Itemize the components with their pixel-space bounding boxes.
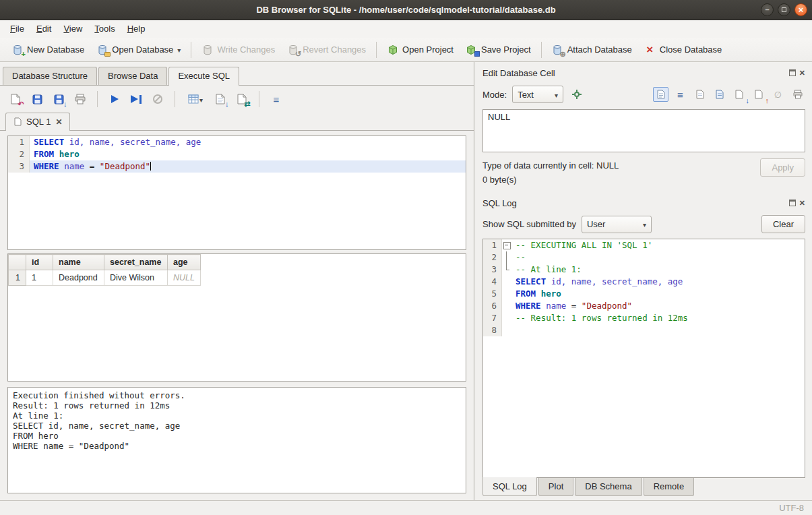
menu-tools[interactable]: Tools [88, 20, 121, 38]
stop-execution-button[interactable] [149, 91, 166, 107]
paste-cell-button[interactable] [712, 87, 727, 102]
column-header-id[interactable]: id [26, 255, 53, 270]
right-panel: Edit Database Cell ✕ Mode: Text [474, 62, 812, 500]
tab-sql-log[interactable]: SQL Log [482, 477, 537, 496]
results-table: id name secret_name age 1 1 Deadpond Div… [8, 254, 201, 286]
close-tab-icon[interactable]: ✕ [55, 118, 62, 126]
printer-icon [75, 94, 86, 105]
apply-button[interactable]: Apply [760, 158, 805, 177]
tab-plot[interactable]: Plot [538, 478, 573, 496]
cell-info-row: Type of data currently in cell: NULL 0 b… [482, 158, 805, 187]
close-panel-icon[interactable]: ✕ [799, 200, 805, 207]
open-database-button[interactable]: Open Database [90, 40, 187, 59]
open-in-external-app-button[interactable] [569, 87, 584, 102]
execute-all-button[interactable] [106, 91, 123, 107]
set-null-button[interactable] [770, 87, 786, 102]
project-save-icon [466, 44, 477, 55]
tab-remote[interactable]: Remote [644, 478, 695, 496]
fold-marker [502, 300, 511, 312]
maximize-icon [782, 7, 786, 12]
revert-changes-button[interactable]: Revert Changes [281, 40, 372, 59]
toolbar-separator [191, 42, 191, 58]
code-line: 1-- EXECUTING ALL IN 'SQL 1' [483, 239, 805, 251]
open-project-button[interactable]: Open Project [381, 40, 460, 59]
titlebar[interactable]: DB Browser for SQLite - /home/user/code/… [0, 0, 812, 20]
find-replace-icon [237, 94, 248, 105]
open-sql-file-icon [10, 94, 22, 105]
tab-db-schema[interactable]: DB Schema [575, 478, 642, 496]
sql-tab-label: SQL 1 [26, 117, 51, 127]
log-filter-select[interactable]: User [582, 216, 652, 233]
tab-browse-data[interactable]: Browse Data [98, 67, 167, 85]
fold-marker[interactable] [502, 239, 511, 251]
chevron-down-icon [199, 94, 203, 104]
row-number-cell[interactable]: 1 [9, 270, 26, 286]
menu-file[interactable]: File [4, 20, 30, 38]
line-number: 1 [8, 136, 30, 148]
close-window-button[interactable]: × [794, 3, 807, 16]
fold-marker [502, 288, 511, 300]
sql-editor[interactable]: 1SELECT id, name, secret_name, age2FROM … [7, 135, 466, 250]
save-sql-file-as-button[interactable] [50, 91, 67, 107]
attach-badge-icon [559, 51, 565, 58]
import-cell-data-button[interactable] [731, 87, 747, 102]
cell-editor[interactable]: NULL [482, 109, 805, 152]
open-sql-file-button[interactable] [7, 91, 24, 107]
save-sql-file-button[interactable] [28, 91, 46, 107]
play-icon [131, 95, 138, 103]
menu-edit[interactable]: Edit [30, 20, 57, 38]
export-cell-data-button[interactable] [751, 87, 766, 102]
tab-execute-sql[interactable]: Execute SQL [168, 67, 239, 86]
edit-cell-toolbar: Mode: Text [482, 86, 805, 103]
line-number: 2 [8, 148, 30, 160]
mode-select[interactable]: Text [512, 86, 563, 103]
import-icon [735, 90, 743, 99]
folder-badge-icon [104, 52, 111, 57]
chevron-down-icon [555, 90, 558, 100]
code-line: 3-- At line 1: [483, 264, 805, 276]
cell-age[interactable]: NULL [168, 270, 201, 286]
open-arrow-badge-icon [18, 100, 24, 108]
fold-marker [502, 312, 511, 324]
results-grid[interactable]: id name secret_name age 1 1 Deadpond Div… [7, 253, 466, 382]
menu-help[interactable]: Help [121, 20, 152, 38]
tab-database-structure[interactable]: Database Structure [3, 67, 97, 85]
float-panel-icon[interactable] [789, 69, 796, 76]
save-results-button[interactable] [212, 91, 229, 107]
save-results-icon [215, 94, 226, 105]
close-database-button[interactable]: × Close Database [638, 40, 728, 59]
word-wrap-button[interactable] [673, 87, 688, 102]
column-header-name[interactable]: name [53, 255, 104, 270]
maximize-button[interactable] [778, 3, 790, 16]
close-panel-icon[interactable]: ✕ [799, 69, 805, 77]
text-cursor [150, 162, 151, 171]
copy-cell-button[interactable] [692, 87, 708, 102]
execute-current-line-button[interactable] [127, 91, 145, 107]
column-header-age[interactable]: age [168, 255, 201, 270]
cell-id[interactable]: 1 [26, 270, 53, 286]
export-icon [755, 90, 763, 99]
printer-icon [793, 90, 803, 99]
cell-name[interactable]: Deadpond [53, 270, 104, 286]
cell-secret-name[interactable]: Dive Wilson [104, 270, 168, 286]
save-project-button[interactable]: Save Project [460, 40, 537, 59]
code-text: WHERE name = "Deadpond" [511, 300, 805, 312]
sql-file-tab[interactable]: SQL 1 ✕ [5, 113, 70, 131]
float-panel-icon[interactable] [789, 200, 796, 206]
print-cell-button[interactable] [790, 87, 805, 102]
column-header-secret-name[interactable]: secret_name [104, 255, 168, 270]
menu-view[interactable]: View [57, 20, 88, 38]
new-database-button[interactable]: + New Database [5, 40, 90, 59]
attach-database-button[interactable]: Attach Database [546, 40, 638, 59]
minimize-button[interactable]: – [761, 3, 774, 16]
document-icon [13, 117, 22, 127]
print-sql-button[interactable] [71, 91, 89, 107]
export-results-button[interactable] [183, 91, 208, 107]
text-mode-button[interactable] [653, 87, 668, 102]
code-text [511, 324, 805, 336]
sql-log-view[interactable]: 1-- EXECUTING ALL IN 'SQL 1'2--3-- At li… [482, 239, 805, 478]
format-sql-button[interactable] [268, 91, 285, 107]
find-replace-button[interactable] [233, 91, 251, 107]
clear-log-button[interactable]: Clear [761, 215, 805, 233]
write-changes-button[interactable]: Write Changes [195, 40, 281, 59]
